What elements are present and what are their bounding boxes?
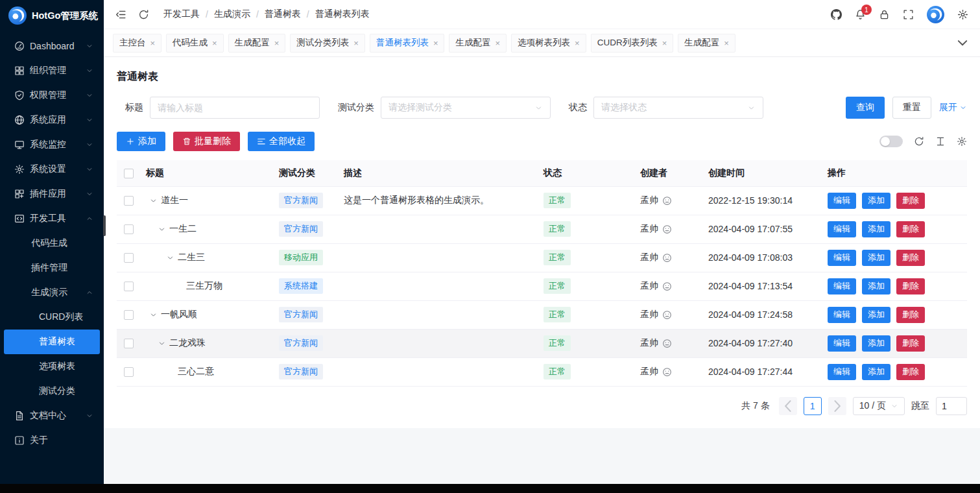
batch-delete-button[interactable]: 批量删除 [173,132,240,151]
delete-button[interactable]: 删除 [896,364,925,380]
tab-close-icon[interactable]: × [575,39,580,47]
row-checkbox[interactable] [124,224,134,234]
row-checkbox[interactable] [124,310,134,320]
github-icon[interactable] [831,9,842,20]
edit-button[interactable]: 编辑 [828,335,856,352]
fullscreen-icon[interactable] [903,9,914,20]
reset-button[interactable]: 重置 [892,97,931,119]
reload-table-icon[interactable] [914,136,924,147]
breadcrumb-item[interactable]: 普通树表 [265,8,301,20]
tab-close-icon[interactable]: × [150,39,156,47]
tree-expand-icon[interactable] [149,311,158,319]
tree-expand-icon[interactable] [166,254,174,262]
row-add-button[interactable]: 添加 [862,307,890,323]
sidebar-item[interactable]: 测试分类 [4,379,100,403]
sidebar-item[interactable]: Dashboard [4,34,100,58]
tree-expand-icon[interactable] [158,339,166,348]
sidebar-item[interactable]: 插件应用 [4,182,100,206]
creator-face-icon[interactable] [662,224,672,234]
add-button[interactable]: 添加 [117,132,165,151]
app-logo[interactable]: HotGo管理系统 [0,0,104,31]
tab[interactable]: 测试分类列表× [290,34,365,53]
creator-face-icon[interactable] [662,367,672,377]
tab[interactable]: 主控台× [113,34,161,53]
tab-close-icon[interactable]: × [274,39,280,47]
breadcrumb-item[interactable]: 生成演示 [214,8,250,20]
edit-button[interactable]: 编辑 [828,250,856,266]
notifications-bell-icon[interactable]: 1 [855,9,866,20]
tab[interactable]: 代码生成× [166,34,224,53]
tab[interactable]: 选项树表列表× [511,34,586,53]
striped-toggle[interactable] [879,136,903,147]
prev-page-button[interactable] [779,397,797,415]
sidebar-collapse-icon[interactable] [115,9,126,20]
tab[interactable]: 普通树表列表× [370,34,445,53]
page-size-select[interactable]: 10 / 页 [853,397,905,415]
row-checkbox[interactable] [124,339,134,348]
search-button[interactable]: 查询 [846,97,885,119]
next-page-button[interactable] [828,397,846,415]
refresh-page-icon[interactable] [138,9,149,20]
jump-page-input[interactable] [936,397,967,415]
creator-face-icon[interactable] [662,282,672,291]
lock-screen-icon[interactable] [879,9,890,20]
tab[interactable]: CUDR列表列表× [591,34,674,53]
delete-button[interactable]: 删除 [896,250,925,266]
sidebar-item[interactable]: CURD列表 [4,305,100,330]
edit-button[interactable]: 编辑 [828,307,856,323]
edit-button[interactable]: 编辑 [828,278,856,295]
tree-expand-icon[interactable] [149,197,158,205]
row-add-button[interactable]: 添加 [862,278,890,295]
delete-button[interactable]: 删除 [896,221,925,237]
sidebar-item[interactable]: 文档中心 [4,403,100,428]
row-height-icon[interactable] [935,136,946,147]
row-checkbox[interactable] [124,367,134,377]
tab[interactable]: 生成配置× [678,34,735,53]
tab-close-icon[interactable]: × [724,39,729,47]
sidebar-item[interactable]: 关于 [4,428,100,453]
sidebar-item[interactable]: 生成演示 [4,280,100,305]
edit-button[interactable]: 编辑 [828,221,856,237]
row-add-button[interactable]: 添加 [862,250,890,266]
delete-button[interactable]: 删除 [896,278,925,295]
row-add-button[interactable]: 添加 [862,335,890,352]
creator-face-icon[interactable] [662,310,672,320]
tab-close-icon[interactable]: × [433,39,438,47]
row-checkbox[interactable] [124,282,134,291]
row-checkbox[interactable] [124,253,134,263]
sidebar-item[interactable]: 系统设置 [4,157,100,182]
breadcrumb-item[interactable]: 普通树表列表 [315,8,370,20]
creator-face-icon[interactable] [662,253,672,263]
sidebar-item[interactable]: 组织管理 [4,58,100,83]
collapse-all-button[interactable]: 全部收起 [248,132,315,151]
sidebar-item[interactable]: 开发工具 [4,206,100,231]
title-input[interactable] [158,102,312,113]
select-all-checkbox[interactable] [124,169,134,178]
tab[interactable]: 生成配置× [228,34,286,53]
tree-expand-icon[interactable] [158,225,166,234]
creator-face-icon[interactable] [662,196,672,206]
settings-gear-icon[interactable] [957,9,968,20]
category-select[interactable]: 请选择测试分类 [381,97,551,119]
row-checkbox[interactable] [124,196,134,206]
sidebar-item[interactable]: 选项树表 [4,354,100,379]
delete-button[interactable]: 删除 [896,193,925,209]
tab-close-icon[interactable]: × [353,39,359,47]
sidebar-item[interactable]: 系统监控 [4,132,100,157]
row-add-button[interactable]: 添加 [862,221,890,237]
user-avatar[interactable] [927,6,944,23]
status-select[interactable]: 请选择状态 [593,97,763,119]
tab-close-icon[interactable]: × [212,39,217,47]
edit-button[interactable]: 编辑 [828,364,856,380]
edit-button[interactable]: 编辑 [828,193,856,209]
row-add-button[interactable]: 添加 [862,193,890,209]
current-page-button[interactable]: 1 [804,397,822,415]
sidebar-item[interactable]: 普通树表 [4,330,100,354]
tab[interactable]: 生成配置× [449,34,507,53]
expand-filters-link[interactable]: 展开 [939,102,967,114]
delete-button[interactable]: 删除 [896,307,925,323]
scrollbar-thumb[interactable] [103,215,106,236]
sidebar-item[interactable]: 系统应用 [4,108,100,132]
creator-face-icon[interactable] [662,339,672,348]
column-settings-gear-icon[interactable] [957,136,967,147]
